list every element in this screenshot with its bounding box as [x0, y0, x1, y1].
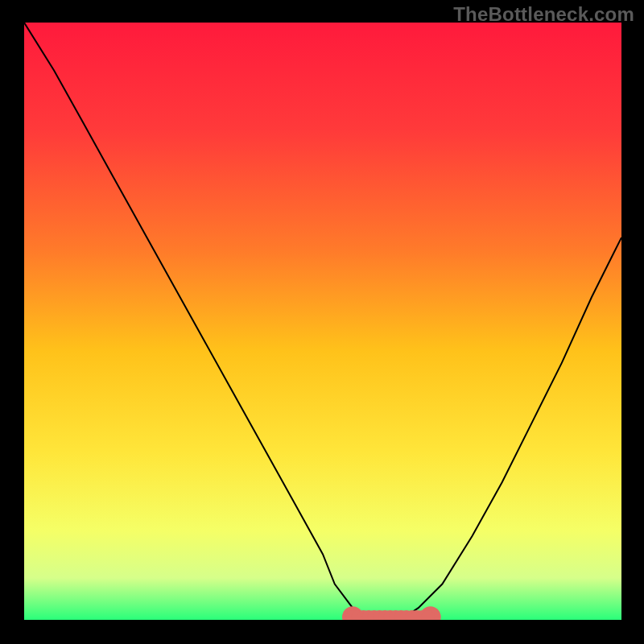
chart-frame: TheBottleneck.com [0, 0, 644, 644]
plot-area [24, 23, 621, 620]
watermark-text: TheBottleneck.com [453, 3, 634, 26]
plot-svg [24, 23, 621, 620]
gradient-background [24, 23, 621, 620]
